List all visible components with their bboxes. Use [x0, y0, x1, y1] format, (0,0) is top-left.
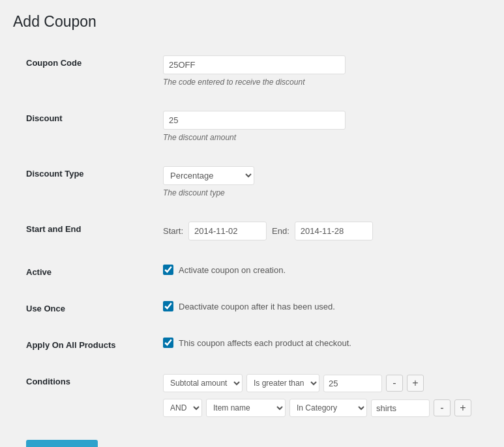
discount-type-field: Percentage Fixed Amount The discount typ…: [163, 166, 478, 197]
active-description: Activate coupon on creation.: [179, 265, 286, 275]
condition2-logic-select[interactable]: AND OR: [163, 399, 202, 417]
apply-all-description: This coupon affects each product at chec…: [179, 338, 351, 348]
coupon-code-row: Coupon Code The code entered to receive …: [13, 44, 491, 99]
condition1-value-input[interactable]: [323, 375, 382, 392]
apply-all-label: Apply On All Products: [26, 338, 163, 350]
submit-row: Add Coupon: [13, 429, 491, 447]
conditions-row: Conditions Subtotal amount Item count It…: [13, 362, 491, 429]
date-row: Start: End:: [163, 222, 478, 240]
condition2-value-input[interactable]: [371, 399, 430, 417]
use-once-checkbox-row: Deactivate coupon after it has been used…: [163, 301, 478, 311]
end-date-input[interactable]: [295, 222, 373, 240]
active-row: Active Activate coupon on creation.: [13, 253, 491, 289]
active-field: Activate coupon on creation.: [163, 265, 478, 275]
coupon-code-hint: The code entered to receive the discount: [163, 78, 478, 87]
discount-type-row: Discount Type Percentage Fixed Amount Th…: [13, 154, 491, 210]
apply-all-row: Apply On All Products This coupon affect…: [13, 326, 491, 362]
start-date-input[interactable]: [188, 222, 267, 240]
condition2-minus-button[interactable]: -: [434, 399, 451, 416]
discount-label: Discount: [26, 111, 163, 123]
active-checkbox-row: Activate coupon on creation.: [163, 265, 478, 275]
conditions-label: Conditions: [26, 374, 163, 386]
use-once-description: Deactivate coupon after it has been used…: [179, 302, 335, 311]
condition2-type-select[interactable]: Item name Subtotal amount Item count: [206, 399, 286, 417]
conditions-content: Subtotal amount Item count Item name Is …: [163, 374, 478, 417]
use-once-row: Use Once Deactivate coupon after it has …: [13, 289, 491, 326]
condition-line-2: AND OR Item name Subtotal amount Item co…: [163, 399, 478, 417]
active-checkbox[interactable]: [163, 265, 173, 275]
use-once-checkbox[interactable]: [163, 301, 173, 311]
start-end-row: Start and End Start: End:: [13, 210, 491, 253]
discount-type-hint: The discount type: [163, 188, 478, 197]
discount-type-label: Discount Type: [26, 166, 163, 179]
use-once-label: Use Once: [26, 301, 163, 313]
form-container: Coupon Code The code entered to receive …: [13, 44, 491, 447]
add-coupon-button[interactable]: Add Coupon: [26, 440, 98, 447]
use-once-field: Deactivate coupon after it has been used…: [163, 301, 478, 311]
discount-input[interactable]: [163, 111, 346, 130]
start-end-field: Start: End:: [163, 222, 478, 240]
condition2-operator-select[interactable]: In Category Not In Category Is: [289, 399, 367, 417]
discount-row: Discount The discount amount: [13, 99, 491, 154]
discount-type-select[interactable]: Percentage Fixed Amount: [163, 166, 254, 185]
discount-hint: The discount amount: [163, 133, 478, 142]
active-label: Active: [26, 265, 163, 277]
apply-all-checkbox[interactable]: [163, 338, 173, 348]
start-end-label: Start and End: [26, 222, 163, 234]
discount-type-select-wrapper: Percentage Fixed Amount: [163, 166, 254, 185]
condition2-plus-button[interactable]: +: [454, 399, 471, 416]
condition-line-1: Subtotal amount Item count Item name Is …: [163, 374, 478, 392]
condition1-operator-select[interactable]: Is greater than Is less than Is equal to: [246, 374, 319, 392]
discount-field: The discount amount: [163, 111, 478, 142]
condition1-minus-button[interactable]: -: [386, 375, 403, 392]
coupon-code-label: Coupon Code: [26, 55, 163, 68]
condition1-plus-button[interactable]: +: [407, 375, 424, 392]
apply-all-field: This coupon affects each product at chec…: [163, 338, 478, 348]
coupon-code-input[interactable]: [163, 55, 346, 74]
page-title: Add Coupon: [13, 13, 491, 31]
apply-all-checkbox-row: This coupon affects each product at chec…: [163, 338, 478, 348]
end-label: End:: [272, 226, 289, 236]
condition1-type-select[interactable]: Subtotal amount Item count Item name: [163, 374, 243, 392]
coupon-code-field: The code entered to receive the discount: [163, 55, 478, 87]
start-label: Start:: [163, 226, 183, 236]
